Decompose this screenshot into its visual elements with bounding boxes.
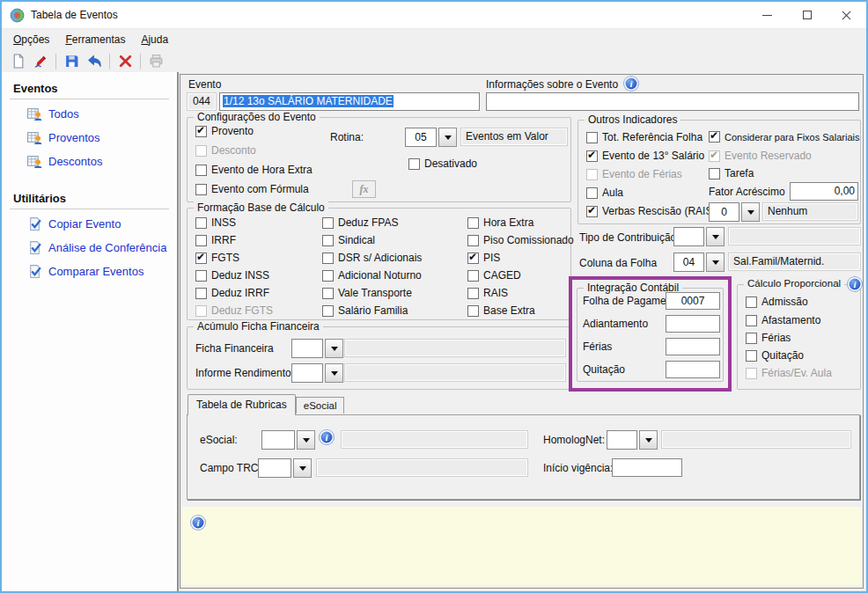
verbas-rescisao-combo[interactable]: 0: [709, 202, 760, 222]
checkbox-deduz-inss[interactable]: Deduz INSS: [195, 269, 269, 282]
rotina-combo-value[interactable]: 05: [405, 128, 437, 147]
campo-trct-value[interactable]: [258, 458, 291, 478]
menu-opcoes[interactable]: Opções: [5, 30, 57, 49]
checkbox-afastamento[interactable]: Afastamento: [746, 314, 820, 326]
ficha-financeira-value[interactable]: [291, 339, 323, 358]
coluna-folha-value[interactable]: 04: [673, 253, 704, 272]
ficha-financeira-combo[interactable]: [291, 339, 343, 358]
fator-acrescimo-input[interactable]: 0,00: [790, 182, 858, 201]
checkbox-deduz-irrf[interactable]: Deduz IRRF: [195, 287, 269, 299]
checkbox-verbas-rescisao[interactable]: Verbas Rescisão (RAIS): [586, 205, 716, 217]
chevron-down-icon[interactable]: [639, 430, 658, 450]
checkbox-fgts[interactable]: FGTS: [195, 252, 239, 264]
sidebar-item-proventos[interactable]: Proventos: [27, 130, 177, 145]
checkbox-aula[interactable]: Aula: [586, 187, 623, 199]
homolognet-combo[interactable]: [607, 430, 658, 450]
checkbox-box: [322, 270, 334, 282]
checkbox-caged[interactable]: CAGED: [467, 269, 521, 282]
chevron-down-icon[interactable]: [706, 253, 725, 272]
checkbox-calc-ferias[interactable]: Férias: [746, 332, 791, 344]
checkbox-box: [195, 217, 207, 229]
checkbox-evento-formula[interactable]: Evento com Fórmula: [195, 183, 309, 195]
informe-rendimentos-combo[interactable]: [291, 363, 343, 383]
menu-ferramentas[interactable]: Ferramentas: [57, 30, 133, 49]
checkbox-piso-comissionado[interactable]: Piso Comissionado: [467, 234, 574, 246]
minimize-button[interactable]: [747, 2, 787, 28]
tab-tabela-de-rubricas[interactable]: Tabela de Rubricas: [188, 394, 296, 415]
checkbox-tot-referencia-folha[interactable]: Tot. Referência Folha: [586, 131, 702, 143]
checkbox-inss[interactable]: INSS: [195, 216, 236, 229]
sidebar-item-analise-conferencia[interactable]: Análise de Conferência: [27, 240, 177, 255]
rotina-combo[interactable]: 05: [405, 128, 457, 147]
checkbox-vale-transporte[interactable]: Vale Transporte: [322, 287, 412, 299]
tab-esocial[interactable]: eSocial: [296, 397, 345, 414]
checkbox-sindical[interactable]: Sindical: [322, 234, 375, 246]
checkbox-hora-extra[interactable]: Hora Extra: [467, 216, 533, 229]
checkbox-rais[interactable]: RAIS: [467, 287, 508, 299]
checkbox-evento-13-salario[interactable]: Evento de 13° Salário: [586, 150, 704, 162]
checkbox-box: [467, 235, 479, 246]
sidebar-item-todos[interactable]: Todos: [27, 106, 177, 121]
sidebar-item-comparar-eventos[interactable]: Comparar Eventos: [27, 264, 177, 279]
event-grid-icon: [27, 154, 42, 169]
menu-ajuda[interactable]: Ajuda: [133, 30, 176, 49]
sidebar-item-descontos[interactable]: Descontos: [27, 154, 177, 169]
checkbox-salario-familia[interactable]: Salário Familia: [322, 304, 408, 317]
coluna-folha-desc: Sal.Famil/Maternid.: [728, 253, 861, 271]
esocial-value[interactable]: [261, 430, 295, 450]
edit-button[interactable]: [30, 52, 51, 71]
checkbox-tarefa[interactable]: Tarefa: [709, 167, 754, 179]
save-button[interactable]: [61, 52, 82, 71]
campo-trct-combo[interactable]: [258, 458, 312, 478]
checkbox-label: Piso Comissionado: [483, 234, 574, 246]
checkbox-irrf[interactable]: IRRF: [195, 234, 236, 246]
chevron-down-icon[interactable]: [325, 339, 343, 358]
sidebar-item-copiar-evento[interactable]: Copiar Evento: [27, 216, 177, 231]
coluna-folha-combo[interactable]: 04: [673, 253, 725, 272]
checkbox-base-extra[interactable]: Base Extra: [467, 304, 535, 317]
checkbox-dsr-adicionais[interactable]: DSR s/ Adicionais: [322, 252, 422, 264]
checkbox-label: Deduz INSS: [211, 269, 269, 282]
adiantamento-input[interactable]: [666, 315, 720, 333]
checkbox-provento[interactable]: Provento: [195, 125, 254, 137]
info-icon[interactable]: [624, 77, 638, 91]
evento-name-input[interactable]: 1/12 13o SALÁRIO MATERNIDADE: [219, 92, 480, 111]
verbas-rescisao-value[interactable]: 0: [709, 202, 739, 222]
homolognet-value[interactable]: [607, 430, 637, 450]
info-icon[interactable]: [320, 430, 334, 444]
undo-button[interactable]: [84, 52, 105, 71]
checkbox-pis[interactable]: PIS: [467, 252, 500, 264]
chevron-down-icon[interactable]: [297, 430, 315, 450]
chevron-down-icon[interactable]: [325, 363, 343, 383]
event-grid-icon: [27, 130, 42, 145]
checkbox-admissao[interactable]: Admissão: [746, 296, 808, 308]
chevron-down-icon[interactable]: [706, 227, 725, 246]
ferias-input[interactable]: [666, 338, 720, 355]
checkbox-label: Evento de Hora Extra: [211, 164, 313, 176]
checkbox-desativado[interactable]: Desativado: [408, 157, 477, 170]
checkbox-considerar-fixos[interactable]: Considerar para Fixos Salariais: [709, 131, 859, 143]
tipo-contribuicao-combo[interactable]: [673, 227, 725, 246]
checkbox-adicional-noturno[interactable]: Adicional Noturno: [322, 269, 422, 282]
chevron-down-icon[interactable]: [293, 458, 312, 478]
delete-button[interactable]: [114, 52, 136, 71]
esocial-combo[interactable]: [261, 430, 315, 450]
checkbox-deduz-fpas[interactable]: Deduz FPAS: [322, 216, 398, 229]
quitacao-input[interactable]: [666, 361, 720, 378]
chevron-down-icon[interactable]: [438, 128, 457, 147]
checkbox-evento-hora-extra[interactable]: Evento de Hora Extra: [195, 164, 313, 176]
checkbox-box: [709, 168, 720, 179]
inicio-vigencia-input[interactable]: [612, 458, 682, 477]
delete-x-icon: [118, 54, 133, 69]
folha-pagamento-input[interactable]: 0007: [666, 292, 720, 310]
maximize-button[interactable]: [787, 2, 827, 28]
sidebar-item-label: Proventos: [48, 131, 100, 144]
info-evento-input[interactable]: [486, 92, 859, 111]
info-icon[interactable]: [848, 277, 862, 291]
tipo-contribuicao-value[interactable]: [673, 227, 704, 246]
new-button[interactable]: [7, 52, 28, 71]
close-button[interactable]: [827, 2, 866, 28]
checkbox-calc-quitacao[interactable]: Quitação: [746, 349, 804, 362]
chevron-down-icon[interactable]: [741, 202, 760, 222]
informe-rendimentos-value[interactable]: [291, 363, 323, 383]
